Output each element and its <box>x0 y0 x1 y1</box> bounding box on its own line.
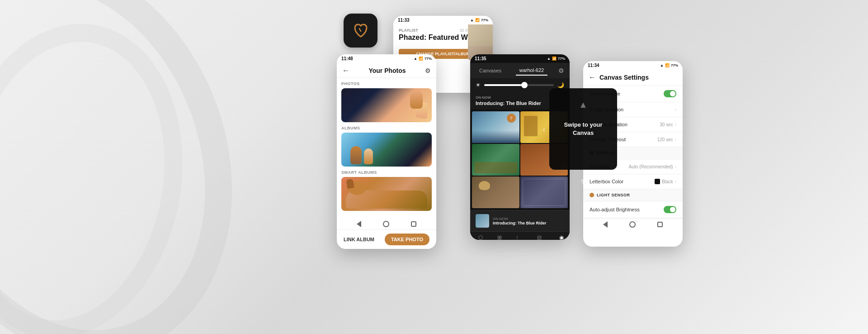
status-bar-canvas-dark: 11:35 ▲ 📶 77% <box>470 54 570 63</box>
auto-brightness-label: Auto-adjust Brightness <box>590 207 640 212</box>
status-time-settings: 11:34 <box>588 63 599 68</box>
art-cell-abstract[interactable] <box>520 177 568 208</box>
overlay-timeout-value: 120 sec › <box>657 137 676 142</box>
light-sensor-dot-icon <box>590 193 594 197</box>
nav-back-icon[interactable] <box>357 221 361 227</box>
photos-section-label: PHOTOS <box>341 81 432 86</box>
canvas-bottom-nav: ⬡ DISCOVER ⊞ BROWSE ↑ UPLOAD ⊟ YOUR LIBR… <box>470 231 570 240</box>
image-duration-chevron-icon: › <box>675 107 676 112</box>
preview-duration-value: 30 sec › <box>660 122 676 127</box>
photos-header: ← Your Photos ⚙ <box>337 63 436 78</box>
art-cell-cat[interactable] <box>472 177 519 208</box>
canvas-gear-icon[interactable]: ⚙ <box>558 67 564 74</box>
upload-icon: ↑ <box>514 234 521 240</box>
nav-home-settings-icon[interactable] <box>629 221 636 228</box>
photo-dog-thumbnail[interactable] <box>341 177 432 211</box>
on-now-banner-image <box>476 214 489 228</box>
fill-mode-value: Auto (Recommended) › <box>629 164 676 169</box>
nav-recents-icon[interactable] <box>411 221 416 227</box>
canvas-nav-icon: ◉ <box>558 234 565 240</box>
albums-section-label: ALBUMS <box>341 126 432 130</box>
status-bar-settings: 11:34 ▲ 📶 77% <box>583 61 683 70</box>
smart-albums-section-label: SMART ALBUMS <box>341 170 432 175</box>
moon-icon: 🌙 <box>557 82 564 88</box>
photos-content: PHOTOS ALBUMS SMART ALBUMS <box>337 78 436 218</box>
status-icons-settings: ▲ 📶 77% <box>660 63 678 67</box>
back-arrow-icon[interactable]: ← <box>342 67 349 75</box>
on-now-banner: ON NOW Introducing: The Blue Rider <box>470 210 570 231</box>
settings-back-button[interactable]: ← <box>589 73 596 81</box>
discover-icon: ⬡ <box>477 234 484 240</box>
auto-brightness-toggle[interactable] <box>664 206 676 213</box>
browse-icon: ⊞ <box>496 234 503 240</box>
photos-bottom-bar: LINK ALBUM TAKE PHOTO <box>337 229 436 249</box>
preview-duration-chevron-icon: › <box>675 122 676 127</box>
black-color-swatch <box>655 179 660 184</box>
status-icons-canvas-dark: ▲ 📶 77% <box>547 57 565 61</box>
photo-candles-thumbnail[interactable] <box>341 88 432 122</box>
app-logo-icon <box>349 19 372 42</box>
on-now-banner-title: Introducing: The Blue Rider <box>493 221 564 225</box>
app-icon[interactable] <box>344 14 377 48</box>
light-sensor-section-header: LIGHT SENSOR <box>583 189 683 201</box>
swipe-up-arrow-icon: ▲ <box>579 100 588 110</box>
freeze-image-toggle[interactable] <box>664 90 676 97</box>
nav-item-browse[interactable]: ⊞ BROWSE <box>493 234 507 240</box>
android-nav-settings <box>583 218 683 230</box>
settings-item-auto-brightness: Auto-adjust Brightness <box>583 201 683 218</box>
settings-screen-title: Canvas Settings <box>599 74 649 81</box>
overlay-timeout-chevron-icon: › <box>675 137 676 142</box>
tab-warhol[interactable]: warhol-622 <box>516 66 547 76</box>
photo-family-thumbnail[interactable] <box>341 133 432 167</box>
status-time-canvas-dark: 11:35 <box>475 56 486 61</box>
art-cell-green[interactable] <box>472 144 519 176</box>
on-now-banner-text: ON NOW Introducing: The Blue Rider <box>493 217 564 225</box>
status-time-playlist: 11:33 <box>398 18 410 23</box>
nav-item-canvas[interactable]: ◉ CANVAS <box>555 234 567 240</box>
tab-canvases[interactable]: Canvases <box>476 66 505 75</box>
status-bar-playlist: 11:33 ▲ 📶 77% <box>393 16 493 24</box>
background-swirl-2 <box>0 5 207 334</box>
link-album-button[interactable]: LINK ALBUM <box>344 237 374 242</box>
art-cell-blue[interactable]: 7 <box>472 111 519 143</box>
letterbox-color-chevron-icon: › <box>675 179 676 184</box>
nav-item-library[interactable]: ⊟ YOUR LIBRARY <box>528 234 551 240</box>
background-swirl-1 <box>0 0 286 334</box>
fill-mode-chevron-icon: › <box>675 164 676 169</box>
swipe-arrow-right-icon: › <box>621 124 624 134</box>
settings-item-letterbox-color[interactable]: Letterbox Color Black › <box>583 174 683 189</box>
photos-screen-title: Your Photos <box>368 67 406 74</box>
brightness-sun-icon: ☀ <box>476 82 481 88</box>
android-nav-photos <box>337 218 436 230</box>
letterbox-color-label: Letterbox Color <box>590 179 623 184</box>
settings-header: ← Canvas Settings <box>583 70 683 86</box>
status-time-photos: 11:48 <box>341 56 353 61</box>
nav-back-settings-icon[interactable] <box>603 221 608 228</box>
settings-icon[interactable]: ⚙ <box>425 67 431 74</box>
screen-your-photos: 11:48 ▲ 📶 77% ← Your Photos ⚙ PHOTOS ALB… <box>337 54 436 249</box>
status-icons-playlist: ▲ 📶 77% <box>470 18 488 22</box>
on-now-banner-label: ON NOW <box>493 217 564 221</box>
swipe-arrow-left-icon: ‹ <box>542 124 546 134</box>
nav-home-icon[interactable] <box>383 221 389 227</box>
nav-item-upload[interactable]: ↑ UPLOAD <box>510 234 524 240</box>
playlist-label: PLAYLIST <box>399 28 418 33</box>
library-icon: ⊟ <box>536 234 543 240</box>
status-bar-photos: 11:48 ▲ 📶 77% <box>337 54 436 63</box>
swipe-overlay-text: Swipe to your Canvas <box>556 121 610 137</box>
letterbox-color-value: Black › <box>655 179 676 184</box>
status-icons-photos: ▲ 📶 77% <box>414 57 432 61</box>
swipe-down-arrow-icon: ▼ <box>579 177 588 187</box>
nav-item-discover[interactable]: ⬡ DISCOVER <box>472 234 489 240</box>
light-sensor-section-label: LIGHT SENSOR <box>597 193 630 197</box>
canvas-tabs-header: Canvases warhol-622 ⚙ <box>470 63 570 78</box>
take-photo-button[interactable]: TAKE PHOTO <box>385 234 429 245</box>
nav-recents-settings-icon[interactable] <box>657 222 663 227</box>
